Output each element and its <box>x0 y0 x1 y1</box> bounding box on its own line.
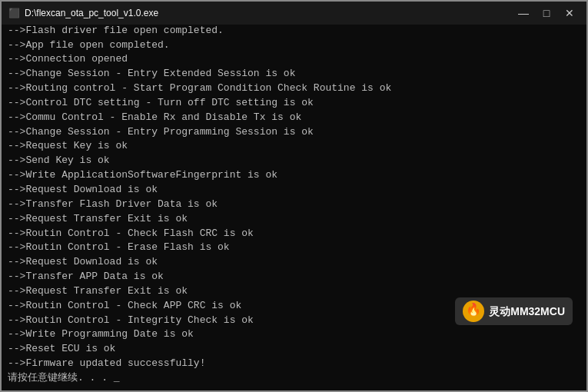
console-output: MindMotion FlexCAN OTA PC Tool V1.0Bitra… <box>2 25 586 390</box>
console-line: -->Write Programming Date is ok <box>8 327 580 342</box>
minimize-button[interactable]: — <box>513 5 534 22</box>
console-line: -->App file open completed. <box>8 38 580 53</box>
watermark: 🔥 灵动MM32MCU <box>455 297 573 325</box>
console-line: -->Routing control - Start Program Condi… <box>8 81 580 96</box>
console-line: -->Firmware updated successfully! <box>8 357 580 371</box>
console-line: -->Send Key is ok <box>8 154 580 168</box>
console-line: -->Request Key is ok <box>8 139 580 154</box>
window-controls: — □ ✕ <box>513 5 580 22</box>
window-title: D:\flexcan_ota_pc_tool_v1.0.exe <box>25 8 158 18</box>
console-line: -->Commu Control - Enable Rx and Disable… <box>8 111 580 125</box>
console-line: -->Request Download is ok <box>8 183 580 198</box>
title-bar: ⬛ D:\flexcan_ota_pc_tool_v1.0.exe — □ ✕ <box>2 2 586 25</box>
console-line: -->Routin Control - Erase Flash is ok <box>8 241 580 255</box>
console-line: -->Change Session - Entry Extended Sessi… <box>8 67 580 81</box>
console-line: -->Routin Control - Check Flash CRC is o… <box>8 227 580 241</box>
console-line: -->Request Transfer Exit is ok <box>8 212 580 227</box>
main-window: ⬛ D:\flexcan_ota_pc_tool_v1.0.exe — □ ✕ … <box>0 0 588 392</box>
app-icon: ⬛ <box>8 7 20 19</box>
console-line: -->Write ApplicationSoftwareFingerprint … <box>8 168 580 183</box>
console-line: -->Flash driver file open completed. <box>8 25 580 38</box>
watermark-icon: 🔥 <box>463 301 484 322</box>
title-bar-left: ⬛ D:\flexcan_ota_pc_tool_v1.0.exe <box>8 7 158 19</box>
watermark-text: 灵动MM32MCU <box>489 304 565 319</box>
console-line: -->Transfer Flash Driver Data is ok <box>8 198 580 212</box>
close-button[interactable]: ✕ <box>559 5 580 22</box>
console-line: -->Request Transfer Exit is ok <box>8 284 580 299</box>
console-line: -->Transfer APP Data is ok <box>8 270 580 284</box>
console-line: 请按任意键继续. . . _ <box>8 371 580 386</box>
console-line: -->Connection opened <box>8 52 580 67</box>
maximize-button[interactable]: □ <box>536 5 557 22</box>
console-line: -->Control DTC setting - Turn off DTC se… <box>8 96 580 111</box>
console-line: -->Request Download is ok <box>8 255 580 270</box>
console-line: -->Reset ECU is ok <box>8 342 580 357</box>
console-lines-container: MindMotion FlexCAN OTA PC Tool V1.0Bitra… <box>8 25 580 386</box>
console-line: -->Change Session - Entry Programming Se… <box>8 125 580 140</box>
